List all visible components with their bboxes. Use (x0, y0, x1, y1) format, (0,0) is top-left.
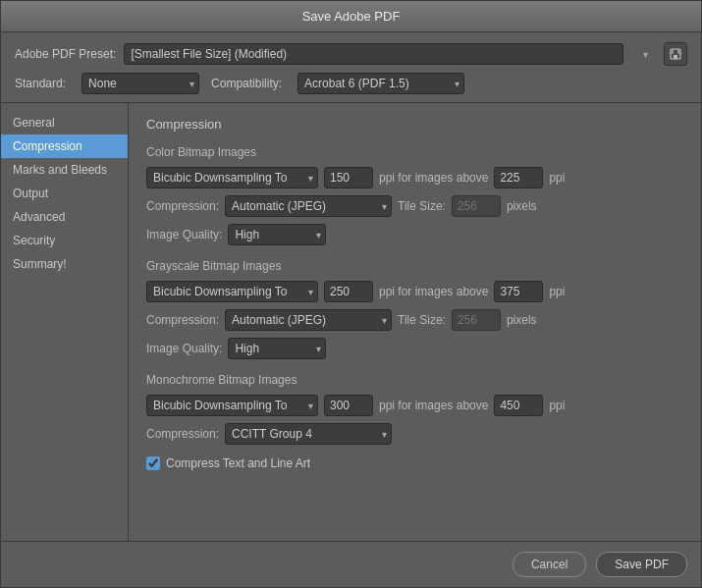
monochrome-bitmap-title: Monochrome Bitmap Images (146, 373, 683, 387)
grayscale-bitmap-title: Grayscale Bitmap Images (146, 259, 683, 273)
sidebar-item-marks-bleeds[interactable]: Marks and Bleeds (1, 158, 128, 182)
dialog-title: Save Adobe PDF (302, 9, 401, 24)
compatibility-select[interactable]: Acrobat 6 (PDF 1.5) (297, 73, 464, 94)
compress-text-label: Compress Text and Line Art (166, 456, 310, 470)
mono-downsample-ppi-input[interactable] (324, 395, 373, 416)
gray-downsample-ppi-input[interactable] (324, 281, 373, 302)
color-quality-select[interactable]: High (228, 224, 326, 245)
section-title: Compression (146, 117, 683, 132)
save-pdf-dialog: Save Adobe PDF Adobe PDF Preset: [Smalle… (0, 0, 702, 588)
gray-downsample-select[interactable]: Bicubic Downsampling To (146, 281, 318, 302)
main-area: General Compression Marks and Bleeds Out… (1, 102, 701, 541)
gray-compression-select[interactable]: Automatic (JPEG) (225, 309, 392, 331)
gray-quality-select[interactable]: High (228, 338, 326, 359)
gray-quality-label: Image Quality: (146, 342, 222, 355)
color-compression-select[interactable]: Automatic (JPEG) (225, 195, 392, 217)
title-bar: Save Adobe PDF (1, 1, 701, 32)
sidebar-item-output[interactable]: Output (1, 182, 128, 205)
mono-downsample-select[interactable]: Bicubic Downsampling To (146, 395, 318, 416)
color-downsample-ppi-input[interactable] (324, 167, 373, 188)
svg-rect-3 (674, 55, 677, 59)
mono-above-ppi-input[interactable] (494, 395, 543, 416)
standard-label: Standard: (15, 77, 66, 90)
color-tile-size-input (452, 195, 501, 217)
sidebar-item-advanced[interactable]: Advanced (1, 205, 128, 229)
gray-pixels-label: pixels (507, 313, 537, 327)
gray-compression-label: Compression: (146, 313, 219, 327)
color-ppi-label: ppi (549, 171, 565, 185)
standard-select[interactable]: None (81, 73, 199, 94)
mono-downsample-row: Bicubic Downsampling To ppi for images a… (146, 395, 683, 416)
mono-ppi-label: ppi (549, 399, 565, 412)
color-ppi-above-label: ppi for images above (379, 171, 488, 185)
mono-ppi-above-label: ppi for images above (379, 399, 488, 412)
preset-label: Adobe PDF Preset: (15, 47, 116, 61)
gray-tile-size-label: Tile Size: (398, 313, 446, 327)
gray-tile-size-input (452, 309, 501, 331)
sidebar-item-compression[interactable]: Compression (1, 134, 128, 158)
color-bitmap-title: Color Bitmap Images (146, 145, 683, 159)
color-tile-size-label: Tile Size: (398, 199, 446, 213)
bottom-bar: Cancel Save PDF (1, 541, 701, 587)
content-area: Compression Color Bitmap Images Bicubic … (129, 103, 701, 541)
gray-ppi-above-label: ppi for images above (379, 285, 488, 298)
gray-downsample-row: Bicubic Downsampling To ppi for images a… (146, 281, 683, 302)
save-pdf-button[interactable]: Save PDF (596, 552, 687, 577)
cancel-button[interactable]: Cancel (513, 552, 586, 577)
sidebar-item-summary[interactable]: Summary! (1, 252, 128, 276)
compatibility-label: Compatibility: (211, 77, 282, 90)
save-preset-button[interactable] (664, 42, 687, 66)
color-compression-row: Compression: Automatic (JPEG) Tile Size:… (146, 195, 683, 217)
gray-compression-row: Compression: Automatic (JPEG) Tile Size:… (146, 309, 683, 331)
top-bar: Adobe PDF Preset: [Smallest File Size] (… (1, 32, 701, 102)
color-quality-row: Image Quality: High (146, 224, 683, 245)
color-compression-label: Compression: (146, 199, 219, 213)
mono-compression-select[interactable]: CCITT Group 4 (225, 423, 392, 445)
color-above-ppi-input[interactable] (494, 167, 543, 188)
mono-compression-label: Compression: (146, 427, 219, 441)
sidebar-item-security[interactable]: Security (1, 229, 128, 252)
color-downsample-select[interactable]: Bicubic Downsampling To (146, 167, 318, 188)
mono-compression-row: Compression: CCITT Group 4 (146, 423, 683, 445)
color-pixels-label: pixels (507, 199, 537, 213)
preset-select[interactable]: [Smallest File Size] (Modified) (124, 43, 623, 65)
color-downsample-row: Bicubic Downsampling To ppi for images a… (146, 167, 683, 188)
compress-text-row: Compress Text and Line Art (146, 456, 683, 470)
sidebar: General Compression Marks and Bleeds Out… (1, 103, 129, 541)
color-quality-label: Image Quality: (146, 228, 222, 241)
gray-ppi-label: ppi (549, 285, 565, 298)
gray-quality-row: Image Quality: High (146, 338, 683, 359)
gray-above-ppi-input[interactable] (494, 281, 543, 302)
sidebar-item-general[interactable]: General (1, 111, 128, 134)
compress-text-checkbox[interactable] (146, 456, 160, 470)
